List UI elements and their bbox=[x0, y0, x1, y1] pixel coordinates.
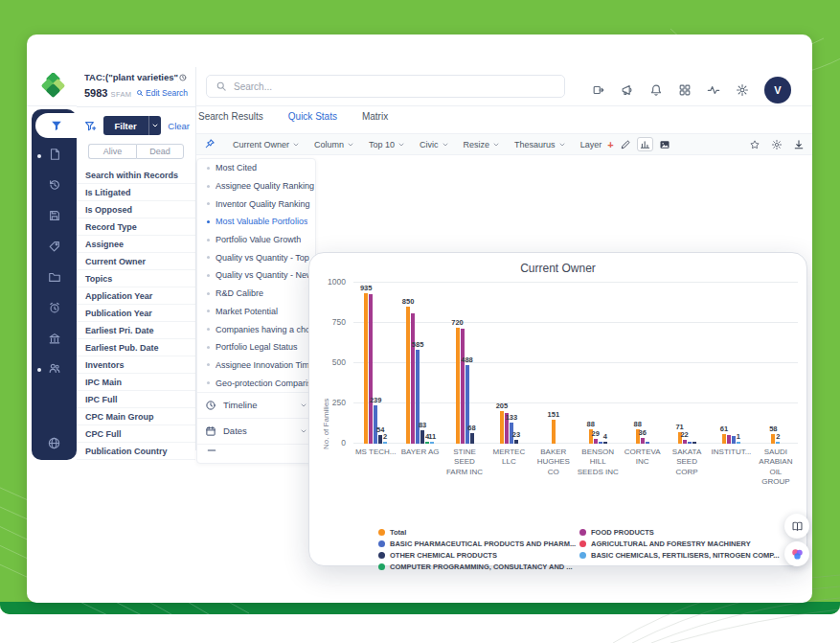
legend-entry[interactable]: FOOD PRODUCTS bbox=[579, 528, 780, 537]
chart-view-button[interactable] bbox=[637, 137, 653, 151]
gear-icon[interactable] bbox=[736, 83, 749, 97]
bar-other_chem[interactable]: 68 bbox=[470, 433, 474, 444]
tab-quick-stats[interactable]: Quick Stats bbox=[288, 111, 337, 122]
stats-menu-item[interactable]: Assignee Innovation Tim... bbox=[197, 356, 315, 375]
stats-menu-item[interactable]: Inventor Quality Ranking bbox=[197, 195, 315, 213]
filter-list-item[interactable]: Is Opposed bbox=[77, 201, 195, 218]
bar-other_chem[interactable]: 83 bbox=[420, 430, 424, 444]
stats-group-timeline[interactable]: Timeline bbox=[197, 392, 315, 418]
filter-button[interactable]: Filter bbox=[103, 116, 162, 135]
stats-menu-item[interactable]: Most Cited bbox=[197, 159, 315, 177]
filter-dropdown-toggle[interactable] bbox=[148, 116, 162, 135]
bar-computer[interactable]: 4 bbox=[425, 442, 429, 444]
bar-pharma[interactable] bbox=[688, 442, 692, 444]
legend-entry[interactable]: Total bbox=[378, 528, 576, 537]
bar-total[interactable]: 151 bbox=[552, 420, 556, 444]
filter-list-item[interactable]: CPC Main Group bbox=[77, 408, 195, 425]
stats-menu-item[interactable]: Assignee Quality Ranking bbox=[197, 177, 315, 195]
bar-total[interactable]: 935 bbox=[364, 293, 368, 444]
filter-list-item[interactable]: Is Litigated bbox=[77, 184, 195, 201]
edit-pencil-icon[interactable] bbox=[620, 139, 631, 150]
megaphone-icon[interactable] bbox=[621, 83, 634, 97]
edit-search-link[interactable]: Edit Search bbox=[136, 88, 188, 98]
filter-list-item[interactable]: Topics bbox=[77, 270, 195, 287]
layer-label[interactable]: Layer bbox=[580, 140, 602, 149]
image-export-icon[interactable] bbox=[659, 139, 670, 150]
filter-list-item[interactable]: IPC Main bbox=[77, 374, 195, 391]
dead-button[interactable]: Dead bbox=[136, 144, 184, 159]
toolbar-dropdown-resize[interactable]: Resize bbox=[464, 140, 501, 149]
stats-menu-item-partial[interactable] bbox=[197, 444, 315, 457]
alive-button[interactable]: Alive bbox=[88, 144, 136, 159]
bar-pharma[interactable]: 585 bbox=[416, 350, 420, 444]
legend-entry[interactable]: BASIC CHEMICALS, FERTILISERS, NITROGEN C… bbox=[579, 551, 780, 560]
stats-menu-item[interactable]: Most Valuable Portfolios bbox=[197, 213, 315, 231]
bar-basic_chem[interactable]: 2 bbox=[383, 442, 387, 444]
bar-food[interactable]: 36 bbox=[641, 438, 645, 444]
nav-filter-active[interactable] bbox=[35, 113, 77, 138]
nav-records[interactable] bbox=[32, 148, 77, 161]
bar-food[interactable]: 22 bbox=[683, 440, 687, 444]
stats-menu-item[interactable]: Portfolio Value Growth bbox=[197, 231, 315, 249]
legend-entry[interactable]: BASIC PHARMACEUTICAL PRODUCTS AND PHARM.… bbox=[378, 540, 576, 548]
bar-other_chem[interactable] bbox=[692, 442, 696, 444]
star-icon[interactable] bbox=[749, 139, 761, 150]
stats-menu-item[interactable]: Geo-protection Comparis... bbox=[197, 374, 315, 392]
filter-list-item[interactable]: Search within Records bbox=[77, 167, 195, 184]
filter-list-item[interactable]: CPC Full bbox=[77, 425, 195, 443]
bar-pharma[interactable]: 239 bbox=[374, 405, 377, 444]
bell-icon[interactable] bbox=[649, 83, 663, 97]
reader-button[interactable] bbox=[784, 514, 809, 539]
bar-other_chem[interactable]: 54 bbox=[378, 435, 382, 444]
nav-legal[interactable] bbox=[32, 332, 77, 345]
stats-menu-item[interactable]: R&D Calibre bbox=[197, 285, 315, 303]
nav-collaboration[interactable] bbox=[32, 361, 77, 375]
nav-alerts[interactable] bbox=[32, 301, 77, 314]
bar-food[interactable] bbox=[369, 294, 373, 444]
filter-list-item[interactable]: Assignee bbox=[77, 236, 195, 253]
user-avatar[interactable]: V bbox=[764, 77, 791, 103]
tab-matrix[interactable]: Matrix bbox=[362, 111, 388, 122]
filter-list-item[interactable]: Publication Country bbox=[77, 443, 195, 460]
stats-group-dates[interactable]: Dates bbox=[197, 418, 315, 444]
nav-globe[interactable] bbox=[32, 436, 77, 450]
filter-list-item[interactable]: Publication Year bbox=[77, 305, 195, 322]
pin-icon[interactable] bbox=[204, 136, 216, 153]
bar-total[interactable]: 850 bbox=[406, 307, 410, 444]
activity-icon[interactable] bbox=[707, 83, 720, 97]
funnel-plus-icon[interactable] bbox=[84, 120, 97, 132]
nav-saved[interactable] bbox=[32, 209, 77, 222]
query-history-icon[interactable] bbox=[178, 73, 188, 82]
legend-entry[interactable]: COMPUTER PROGRAMMING, CONSULTANCY AND ..… bbox=[378, 563, 576, 571]
nav-history[interactable] bbox=[32, 178, 77, 192]
nav-folders[interactable] bbox=[32, 270, 77, 284]
brand-logo-icon[interactable] bbox=[36, 73, 71, 102]
toolbar-dropdown-current-owner[interactable]: Current Owner bbox=[233, 140, 300, 149]
legend-entry[interactable]: OTHER CHEMICAL PRODUCTS bbox=[378, 551, 576, 560]
stats-menu-item[interactable]: Quality vs Quantity - Top ... bbox=[197, 248, 315, 266]
bar-pharma[interactable] bbox=[646, 442, 649, 444]
ai-assistant-button[interactable] bbox=[784, 541, 809, 566]
bar-food[interactable] bbox=[411, 313, 415, 444]
stats-menu-item[interactable]: Portfolio Legal Status bbox=[197, 338, 315, 356]
bar-basic_chem[interactable]: 2 bbox=[776, 442, 780, 444]
stats-menu-item[interactable]: Quality vs Quantity - New... bbox=[197, 266, 315, 285]
bar-basic_chem[interactable]: 11 bbox=[430, 442, 434, 444]
filter-list-item[interactable]: Inventors bbox=[77, 356, 195, 374]
bar-total[interactable]: 205 bbox=[500, 411, 504, 444]
tab-search-results[interactable]: Search Results bbox=[198, 111, 263, 122]
toolbar-dropdown-civic[interactable]: Civic bbox=[420, 140, 449, 149]
nav-tags[interactable] bbox=[32, 240, 77, 253]
filter-list-item[interactable]: Application Year bbox=[77, 287, 195, 305]
filter-list-item[interactable]: Record Type bbox=[77, 218, 195, 236]
download-icon[interactable] bbox=[793, 139, 805, 150]
filter-list-item[interactable]: Earliest Pri. Date bbox=[77, 322, 195, 339]
bar-basic_chem[interactable]: 1 bbox=[737, 442, 740, 444]
apps-grid-icon[interactable] bbox=[678, 83, 692, 97]
stats-menu-item[interactable]: Market Potential bbox=[197, 303, 315, 321]
global-search-input[interactable]: Search... bbox=[206, 75, 565, 98]
clear-filters-link[interactable]: Clear bbox=[168, 121, 190, 131]
bar-food[interactable]: 29 bbox=[594, 439, 598, 444]
legend-entry[interactable]: AGRICULTURAL AND FORESTRY MACHINERY bbox=[579, 540, 780, 548]
bar-total[interactable]: 61 bbox=[722, 434, 726, 444]
